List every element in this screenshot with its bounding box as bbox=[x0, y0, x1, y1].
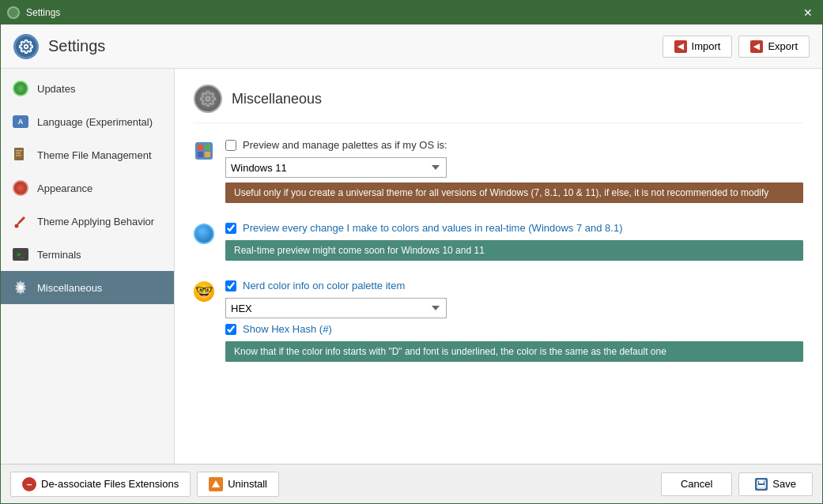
sidebar-item-miscellaneous[interactable]: Miscellaneous bbox=[1, 271, 174, 304]
palette-svg bbox=[194, 141, 214, 161]
svg-point-7 bbox=[206, 97, 210, 101]
sidebar-item-label: Terminals bbox=[37, 249, 81, 261]
main: Updates A Language (Experimental) bbox=[1, 69, 822, 464]
palette-section-content: Preview and manage palettes as if my OS … bbox=[225, 139, 803, 211]
svg-rect-11 bbox=[198, 152, 203, 157]
header-left: Settings bbox=[13, 34, 105, 59]
sidebar-item-terminals[interactable]: >_ Terminals bbox=[1, 238, 174, 271]
deassociate-label: De-associate Files Extensions bbox=[41, 478, 179, 490]
save-svg bbox=[757, 480, 766, 489]
sidebar-item-label: Updates bbox=[37, 83, 75, 95]
os-select[interactable]: Windows 7 Windows 8.1 Windows 10 Windows… bbox=[225, 157, 447, 178]
theme-file-svg bbox=[13, 147, 28, 163]
realtime-checkbox[interactable] bbox=[225, 223, 236, 234]
svg-rect-12 bbox=[205, 152, 210, 157]
sidebar-item-appearance[interactable]: Appearance bbox=[1, 171, 174, 205]
titlebar-left: Settings bbox=[7, 6, 60, 19]
titlebar-app-icon bbox=[7, 6, 20, 19]
cancel-button[interactable]: Cancel bbox=[661, 472, 732, 496]
import-icon: ◀ bbox=[674, 40, 687, 53]
svg-rect-9 bbox=[198, 145, 203, 150]
content-area: Miscellaneous bbox=[175, 69, 822, 464]
language-icon: A bbox=[12, 113, 29, 130]
svg-rect-15 bbox=[759, 480, 764, 483]
checkbox-row-2: Preview every change I make to colors an… bbox=[225, 222, 803, 234]
uninstall-label: Uninstall bbox=[228, 478, 267, 490]
close-button[interactable]: ✕ bbox=[800, 5, 816, 21]
export-icon: ◀ bbox=[750, 40, 763, 53]
content-header: Miscellaneous bbox=[194, 85, 803, 123]
palette-checkbox-label: Preview and manage palettes as if my OS … bbox=[243, 139, 447, 151]
palette-checkbox[interactable] bbox=[225, 140, 236, 151]
miscellaneous-icon bbox=[12, 279, 29, 296]
sidebar: Updates A Language (Experimental) bbox=[1, 69, 175, 464]
svg-rect-4 bbox=[16, 155, 21, 156]
checkbox-row-1: Preview and manage palettes as if my OS … bbox=[225, 139, 803, 151]
nerd-icon-row: 🤓 Nerd color info on color palette item … bbox=[194, 280, 803, 370]
deassociate-icon: – bbox=[22, 477, 36, 491]
header-title: Settings bbox=[48, 37, 105, 55]
save-button[interactable]: Save bbox=[738, 472, 813, 496]
sidebar-item-updates[interactable]: Updates bbox=[1, 72, 174, 105]
settings-icon bbox=[13, 34, 39, 59]
info-box-1: Useful only if you create a universal th… bbox=[225, 182, 803, 203]
svg-rect-2 bbox=[16, 150, 22, 152]
realtime-icon-row: Preview every change I make to colors an… bbox=[194, 222, 803, 269]
gear-svg bbox=[19, 39, 33, 54]
settings-window: Settings ✕ Settings ◀ Import ◀ Export bbox=[0, 0, 823, 504]
terminals-icon: >_ bbox=[12, 246, 29, 263]
sidebar-item-theme-file-management[interactable]: Theme File Management bbox=[1, 138, 174, 171]
nerd-section-content: Nerd color info on color palette item HE… bbox=[225, 280, 803, 370]
nerd-checkbox-label: Nerd color info on color palette item bbox=[243, 280, 405, 291]
content-title: Miscellaneous bbox=[232, 91, 322, 107]
format-select[interactable]: HEX RGB HSL bbox=[225, 298, 447, 318]
gear-small-svg bbox=[13, 280, 28, 295]
titlebar: Settings ✕ bbox=[1, 1, 822, 24]
checkbox-row-3: Nerd color info on color palette item bbox=[225, 280, 803, 291]
sidebar-item-label: Appearance bbox=[37, 182, 92, 194]
section-realtime: Preview every change I make to colors an… bbox=[194, 222, 803, 269]
realtime-side-icon bbox=[194, 224, 216, 246]
export-button[interactable]: ◀ Export bbox=[738, 36, 810, 58]
sidebar-item-label: Theme File Management bbox=[37, 149, 152, 161]
section-nerd: 🤓 Nerd color info on color palette item … bbox=[194, 280, 803, 370]
nerd-checkbox[interactable] bbox=[225, 280, 236, 291]
sidebar-item-language[interactable]: A Language (Experimental) bbox=[1, 105, 174, 138]
import-label: Import bbox=[692, 40, 721, 52]
section-palette: Preview and manage palettes as if my OS … bbox=[194, 139, 803, 211]
appearance-icon bbox=[12, 179, 29, 197]
header-buttons: ◀ Import ◀ Export bbox=[663, 36, 810, 58]
hex-hash-checkbox-label: Show Hex Hash (#) bbox=[243, 323, 332, 335]
svg-rect-1 bbox=[14, 148, 24, 160]
hex-hash-checkbox[interactable] bbox=[225, 324, 236, 335]
svg-point-5 bbox=[15, 224, 19, 228]
sidebar-item-theme-applying[interactable]: Theme Applying Behavior bbox=[1, 205, 174, 238]
svg-rect-16 bbox=[758, 485, 764, 487]
footer-left: – De-associate Files Extensions Uninstal… bbox=[10, 472, 279, 497]
svg-marker-13 bbox=[212, 480, 220, 487]
svg-point-0 bbox=[25, 44, 28, 48]
theme-applying-icon bbox=[12, 213, 29, 230]
footer: – De-associate Files Extensions Uninstal… bbox=[1, 464, 822, 503]
sidebar-item-label: Language (Experimental) bbox=[37, 116, 153, 128]
palette-side-icon bbox=[194, 141, 216, 163]
updates-icon bbox=[12, 80, 29, 97]
palette-icon-row: Preview and manage palettes as if my OS … bbox=[194, 139, 803, 211]
uninstall-svg bbox=[211, 480, 221, 489]
svg-rect-3 bbox=[16, 152, 21, 154]
import-button[interactable]: ◀ Import bbox=[663, 36, 733, 58]
content-gear-svg bbox=[200, 91, 216, 107]
content-icon bbox=[194, 85, 222, 113]
uninstall-icon bbox=[209, 477, 223, 491]
header: Settings ◀ Import ◀ Export bbox=[1, 24, 822, 69]
brush-svg bbox=[13, 213, 28, 229]
realtime-checkbox-label: Preview every change I make to colors an… bbox=[243, 222, 623, 234]
save-icon bbox=[755, 478, 768, 491]
deassociate-button[interactable]: – De-associate Files Extensions bbox=[10, 472, 191, 497]
realtime-blue-circle bbox=[194, 224, 214, 244]
save-label: Save bbox=[772, 478, 796, 490]
uninstall-button[interactable]: Uninstall bbox=[197, 472, 279, 497]
svg-rect-10 bbox=[205, 145, 210, 150]
export-label: Export bbox=[768, 40, 798, 52]
info-box-3: Know that if the color info starts with … bbox=[225, 341, 803, 362]
